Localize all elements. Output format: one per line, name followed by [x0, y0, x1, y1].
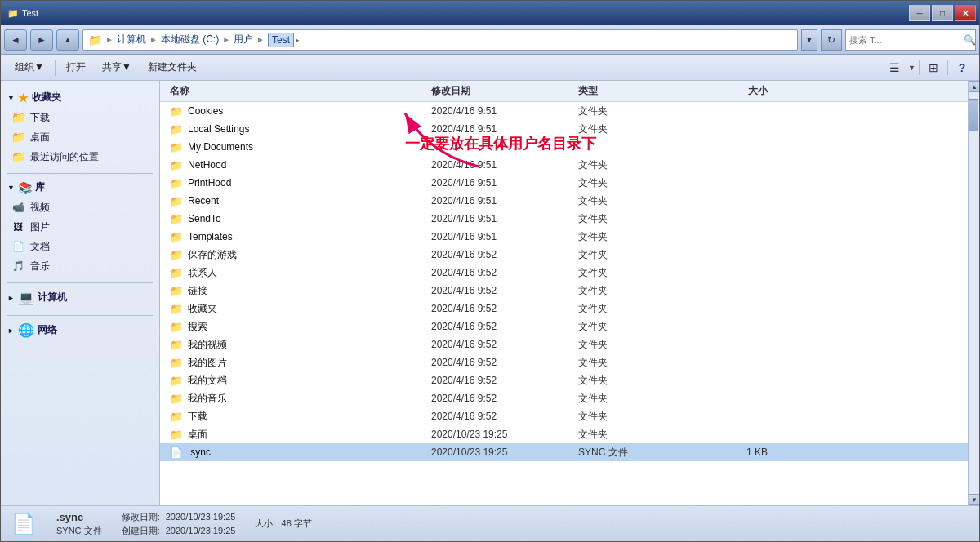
- computer-header[interactable]: ► 💻 计算机: [1, 287, 159, 309]
- computer-label: 计算机: [38, 291, 67, 304]
- file-name-cell: 📁 Cookies: [167, 104, 428, 118]
- folder-icon: 📁: [11, 130, 25, 144]
- right-scrollbar[interactable]: ▲ ▼: [968, 81, 979, 505]
- table-row[interactable]: 📁 联系人 2020/4/16 9:52 文件夹: [160, 264, 968, 282]
- file-name: Local Settings: [188, 123, 249, 135]
- sidebar-item-desktop[interactable]: 📁 桌面: [1, 127, 159, 147]
- library-header[interactable]: ▼ 📚 库: [1, 177, 159, 198]
- table-row[interactable]: 📁 我的视频 2020/4/16 9:52 文件夹: [160, 335, 968, 353]
- table-row[interactable]: 📁 收藏夹 2020/4/16 9:52 文件夹: [160, 300, 968, 318]
- file-type-cell: SYNC 文件: [575, 445, 689, 460]
- file-name: Templates: [188, 231, 233, 242]
- table-row[interactable]: 📁 链接 2020/4/16 9:52 文件夹: [160, 282, 968, 300]
- system-folder-icon: 📁: [170, 159, 183, 171]
- col-type-header[interactable]: 类型: [575, 82, 689, 100]
- toolbar-separator-1: [55, 60, 56, 76]
- table-row[interactable]: 📁 我的文档 2020/4/16 9:52 文件夹: [160, 371, 968, 389]
- scrollbar-track[interactable]: [969, 92, 979, 494]
- library-section: ▼ 📚 库 📹 视频 🖼 图片 📄 文档 🎵: [1, 177, 159, 276]
- forward-button[interactable]: ►: [30, 29, 53, 51]
- col-name-header[interactable]: 名称: [167, 82, 428, 100]
- search-input[interactable]: [849, 35, 962, 45]
- table-row[interactable]: 📁 Recent 2020/4/16 9:51 文件夹: [160, 192, 968, 210]
- computer-icon: 💻: [18, 290, 34, 305]
- status-dates: 修改日期: 2020/10/23 19:25 创建日期: 2020/10/23 …: [122, 511, 236, 537]
- up-button[interactable]: ▲: [56, 29, 79, 51]
- share-button[interactable]: 共享▼: [95, 58, 139, 78]
- col-date-header[interactable]: 修改日期: [428, 82, 575, 100]
- file-date-cell: 2020/10/23 19:25: [428, 428, 575, 441]
- table-row[interactable]: 📁 桌面 2020/10/23 19:25 文件夹: [160, 425, 968, 443]
- library-icon: 📚: [18, 181, 32, 194]
- table-row[interactable]: 📁 Templates 2020/4/16 9:51 文件夹: [160, 228, 968, 246]
- content-wrapper: 名称 修改日期 类型 大小 📁 Cookies 2020/4/16 9:51 文…: [160, 81, 979, 505]
- status-info: .sync SYNC 文件: [56, 511, 102, 537]
- system-folder-icon: 📁: [170, 195, 183, 207]
- sidebar-item-label-desktop: 桌面: [30, 131, 50, 144]
- table-row[interactable]: 📁 My Documents: [160, 138, 968, 156]
- view-list-button[interactable]: ☰: [884, 58, 905, 78]
- file-type-cell: 文件夹: [575, 409, 689, 424]
- scrollbar-down-button[interactable]: ▼: [969, 494, 979, 505]
- new-folder-button[interactable]: 新建文件夹: [140, 58, 204, 78]
- search-box[interactable]: 🔍: [845, 29, 976, 51]
- breadcrumb-disk[interactable]: 本地磁盘 (C:): [161, 33, 219, 47]
- table-row[interactable]: 📁 搜索 2020/4/16 9:52 文件夹: [160, 318, 968, 335]
- file-type-cell: 文件夹: [575, 265, 689, 281]
- file-list[interactable]: 📁 Cookies 2020/4/16 9:51 文件夹 📁 Local Set…: [160, 102, 968, 505]
- breadcrumb-expand[interactable]: ▸: [296, 36, 300, 44]
- table-row[interactable]: 📁 SendTo 2020/4/16 9:51 文件夹: [160, 210, 968, 228]
- table-row[interactable]: 📁 我的图片 2020/4/16 9:52 文件夹: [160, 353, 968, 371]
- scrollbar-up-button[interactable]: ▲: [969, 81, 979, 92]
- table-row[interactable]: 📁 下载 2020/4/16 9:52 文件夹: [160, 407, 968, 425]
- view-icon-button[interactable]: ⊞: [923, 58, 944, 78]
- table-row[interactable]: 📁 Cookies 2020/4/16 9:51 文件夹: [160, 102, 968, 120]
- sidebar-item-music[interactable]: 🎵 音乐: [1, 256, 159, 276]
- file-type-cell: 文件夹: [575, 301, 689, 317]
- table-row[interactable]: 📁 PrintHood 2020/4/16 9:51 文件夹: [160, 174, 968, 192]
- breadcrumb-users[interactable]: 用户: [234, 33, 253, 47]
- sidebar-item-picture[interactable]: 🖼 图片: [1, 217, 159, 237]
- file-type-cell: 文件夹: [575, 229, 689, 245]
- status-size-label: 大小:: [255, 518, 275, 528]
- close-button[interactable]: ✕: [955, 5, 976, 21]
- refresh-button[interactable]: ↻: [821, 29, 842, 51]
- scrollbar-thumb[interactable]: [969, 99, 978, 131]
- table-row[interactable]: 📁 Local Settings 2020/4/16 9:51 文件夹: [160, 120, 968, 138]
- breadcrumb-test[interactable]: Test: [268, 33, 294, 47]
- favorites-header[interactable]: ▼ ★ 收藏夹: [1, 87, 159, 108]
- table-row[interactable]: 📁 保存的游戏 2020/4/16 9:52 文件夹: [160, 246, 968, 264]
- help-button[interactable]: ?: [951, 58, 973, 78]
- favorites-section: ▼ ★ 收藏夹 📁 下载 📁 桌面 📁 最近访问的位置: [1, 87, 159, 167]
- breadcrumb-computer[interactable]: 计算机: [117, 33, 146, 47]
- file-size-cell: [689, 290, 771, 291]
- file-type-cell: [575, 146, 689, 148]
- col-size-header[interactable]: 大小: [689, 82, 771, 100]
- title-bar: 📁 Test ─ □ ✕: [1, 1, 979, 25]
- folder-recent-icon: 📁: [11, 149, 25, 164]
- table-row[interactable]: 📄 .sync 2020/10/23 19:25 SYNC 文件 1 KB: [160, 443, 968, 461]
- back-button[interactable]: ◄: [4, 29, 27, 51]
- table-row[interactable]: 📁 NetHood 2020/4/16 9:51 文件夹: [160, 156, 968, 174]
- open-button[interactable]: 打开: [59, 58, 93, 78]
- sidebar-item-download[interactable]: 📁 下载: [1, 108, 159, 127]
- organize-button[interactable]: 组织▼: [7, 58, 51, 78]
- file-name: 保存的游戏: [188, 248, 237, 262]
- sidebar-item-document[interactable]: 📄 文档: [1, 237, 159, 256]
- favorites-label: 收藏夹: [32, 91, 61, 104]
- sidebar-item-recent[interactable]: 📁 最近访问的位置: [1, 147, 159, 167]
- file-name-cell: 📁 联系人: [167, 265, 428, 281]
- file-name-cell: 📁 Templates: [167, 230, 428, 244]
- file-name: SendTo: [188, 213, 221, 224]
- file-date-cell: [428, 146, 575, 148]
- sidebar-divider-3: [7, 315, 153, 316]
- network-header[interactable]: ► 🌐 网络: [1, 319, 159, 341]
- minimize-button[interactable]: ─: [909, 5, 930, 21]
- sidebar-item-video[interactable]: 📹 视频: [1, 198, 159, 217]
- table-row[interactable]: 📁 我的音乐 2020/4/16 9:52 文件夹: [160, 389, 968, 407]
- view-dropdown-icon[interactable]: ▼: [908, 64, 915, 72]
- file-size-cell: [689, 128, 771, 130]
- maximize-button[interactable]: □: [932, 5, 953, 21]
- address-dropdown[interactable]: ▼: [801, 29, 817, 51]
- sidebar: ▼ ★ 收藏夹 📁 下载 📁 桌面 📁 最近访问的位置: [1, 81, 160, 505]
